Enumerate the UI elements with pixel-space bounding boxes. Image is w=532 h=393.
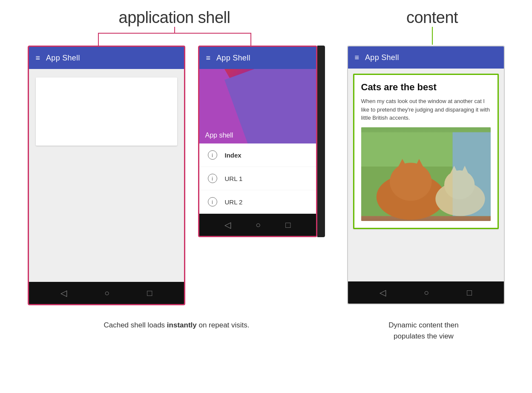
caption-left-prefix: Cached shell loads bbox=[104, 321, 167, 329]
content-section-header: content bbox=[351, 9, 513, 45]
info-icon-index: i bbox=[208, 150, 217, 160]
phone2-title: App Shell bbox=[216, 54, 250, 63]
recent-icon-3: □ bbox=[467, 288, 472, 298]
app-shell-heading: application shell bbox=[119, 9, 230, 27]
phone3-title: App Shell bbox=[365, 53, 399, 62]
caption-left-bold: instantly bbox=[167, 321, 197, 329]
content-card: Cats are the best When my cats look out … bbox=[353, 74, 499, 229]
phone3-body: Cats are the best When my cats look out … bbox=[348, 69, 504, 281]
cat-svg bbox=[361, 127, 491, 221]
drawer-item-label-url2: URL 2 bbox=[225, 198, 243, 206]
app-shell-section-header: application shell bbox=[19, 9, 330, 46]
drawer-item-index: i Index bbox=[199, 143, 316, 167]
svg-point-5 bbox=[390, 163, 431, 201]
cat-image bbox=[361, 127, 491, 221]
content-placeholder-1 bbox=[36, 77, 177, 146]
phone1-navbar: ◁ ○ □ bbox=[29, 282, 184, 304]
phone-1: ≡ App Shell ◁ ○ □ bbox=[28, 46, 185, 305]
cat-title: Cats are the best bbox=[361, 82, 491, 93]
phone2-body: App shell i Index i URL 1 bbox=[199, 69, 316, 214]
phone1-app-bar: ≡ App Shell bbox=[29, 47, 184, 69]
connector-line-top bbox=[174, 27, 175, 33]
left-arrow-line bbox=[98, 34, 99, 46]
hamburger-icon-2: ≡ bbox=[206, 54, 211, 62]
hamburger-icon-1: ≡ bbox=[36, 54, 40, 62]
home-icon-3: ○ bbox=[424, 288, 429, 298]
drawer-item-url1: i URL 1 bbox=[199, 167, 316, 190]
phone2-navbar: ◁ ○ □ bbox=[199, 214, 316, 236]
phone-2-wrapper: ≡ App Shell App shell bbox=[198, 46, 330, 237]
right-arrow-line bbox=[250, 34, 251, 46]
recent-icon-2: □ bbox=[285, 220, 290, 230]
hero-image: App shell bbox=[199, 69, 316, 143]
drawer-item-label-url1: URL 1 bbox=[225, 175, 243, 182]
hamburger-icon-3: ≡ bbox=[355, 54, 359, 61]
recent-icon-1: □ bbox=[147, 288, 152, 298]
home-icon-1: ○ bbox=[104, 288, 109, 298]
phone-3: ≡ App Shell Cats are the best When my ca… bbox=[347, 46, 505, 304]
left-caption: Cached shell loads instantly on repeat v… bbox=[104, 320, 249, 331]
right-caption: Dynamic content then populates the view bbox=[388, 320, 458, 341]
drawer-item-label-index: Index bbox=[225, 152, 242, 159]
drawer-list: i Index i URL 1 i URL 2 bbox=[199, 143, 316, 214]
phone2-app-bar: ≡ App Shell bbox=[199, 47, 316, 69]
back-icon-3: ◁ bbox=[380, 287, 386, 298]
home-icon-2: ○ bbox=[256, 220, 261, 230]
phone2-edge bbox=[317, 46, 325, 237]
branch-line bbox=[98, 33, 251, 34]
back-icon-1: ◁ bbox=[60, 288, 67, 298]
info-icon-url2: i bbox=[208, 197, 217, 207]
phone3-navbar: ◁ ○ □ bbox=[348, 281, 504, 304]
caption-left-suffix: on repeat visits. bbox=[197, 321, 250, 329]
info-icon-url1: i bbox=[208, 174, 217, 183]
back-icon-2: ◁ bbox=[224, 220, 231, 230]
drawer-item-url2: i URL 2 bbox=[199, 190, 316, 214]
content-heading: content bbox=[406, 9, 458, 27]
content-connector-line bbox=[432, 27, 433, 45]
cat-description: When my cats look out the window at anot… bbox=[361, 97, 491, 122]
caption-right-line2: populates the view bbox=[394, 332, 454, 340]
phone1-body bbox=[29, 69, 184, 282]
caption-right-line1: Dynamic content then bbox=[388, 321, 458, 329]
phone1-title: App Shell bbox=[46, 54, 80, 63]
phone-2: ≡ App Shell App shell bbox=[198, 46, 317, 237]
hero-label: App shell bbox=[199, 127, 239, 143]
svg-rect-12 bbox=[452, 132, 490, 216]
phone3-app-bar: ≡ App Shell bbox=[348, 46, 504, 69]
